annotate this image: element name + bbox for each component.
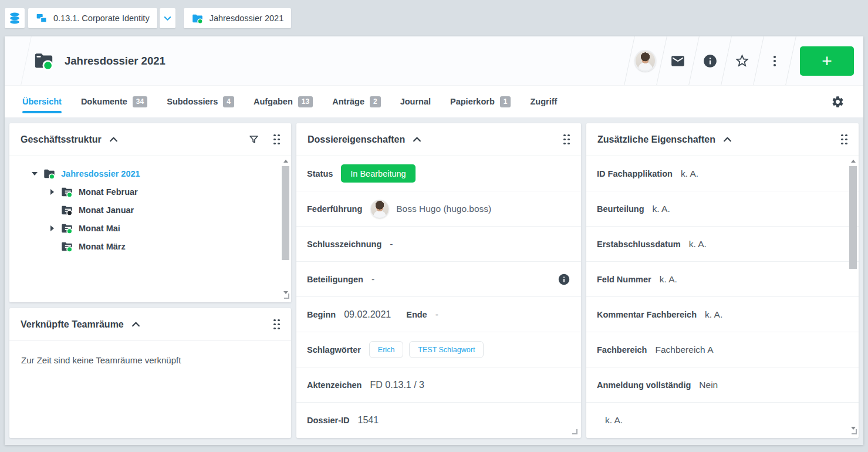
panel-collapse-toggle[interactable]: Geschäftsstruktur bbox=[21, 134, 118, 145]
panel-title: Zusätzliche Eigenschaften bbox=[597, 134, 715, 145]
property-row: ID Fachapplikation k. A. bbox=[586, 156, 859, 191]
lead-user-link[interactable]: Boss Hugo (hugo.boss) bbox=[396, 204, 491, 214]
tab-label: Übersicht bbox=[22, 97, 62, 106]
scroll-up-icon[interactable] bbox=[851, 160, 856, 163]
property-row-schlusszeichnung: Schlusszeichnung - bbox=[296, 227, 581, 262]
panel-collapse-toggle[interactable]: Dossiereigenschaften bbox=[308, 134, 421, 145]
property-value: Nein bbox=[699, 380, 718, 390]
more-menu-button[interactable] bbox=[758, 36, 791, 85]
property-label: Erstabschlussdatum bbox=[597, 240, 681, 249]
keyword-tag[interactable]: Erich bbox=[369, 341, 403, 358]
tab-aufgaben[interactable]: Aufgaben 13 bbox=[254, 86, 313, 117]
panel-title: Geschäftsstruktur bbox=[21, 134, 102, 145]
home-database-chip[interactable] bbox=[5, 8, 25, 28]
structure-tree: Jahresdossier 2021 Monat Februar bbox=[9, 156, 291, 255]
property-label: Status bbox=[307, 169, 333, 178]
drag-handle-icon[interactable] bbox=[841, 134, 847, 145]
info-icon bbox=[558, 273, 570, 286]
caret-right-icon[interactable] bbox=[50, 225, 54, 231]
dossier-folder-icon bbox=[43, 167, 56, 180]
property-value: k. A. bbox=[689, 239, 707, 249]
tree-item-monat-januar[interactable]: Monat Januar bbox=[9, 201, 291, 219]
chevron-up-icon bbox=[109, 137, 118, 142]
resize-handle[interactable] bbox=[284, 294, 289, 299]
tab-subdossiers[interactable]: Subdossiers 4 bbox=[167, 86, 234, 117]
tree-item-jahresdossier-2021[interactable]: Jahresdossier 2021 bbox=[9, 164, 291, 183]
tree-item-monat-februar[interactable]: Monat Februar bbox=[9, 183, 291, 201]
caret-right-icon[interactable] bbox=[50, 189, 54, 195]
position-icon bbox=[36, 12, 48, 24]
mail-button[interactable] bbox=[661, 36, 694, 85]
property-row: Feld Nummer k. A. bbox=[586, 262, 859, 297]
property-row: k. A. bbox=[586, 403, 859, 438]
teamrooms-empty-text: Zur Zeit sind keine Teamräume verknüpft bbox=[9, 341, 291, 379]
property-label: Dossier-ID bbox=[307, 416, 350, 425]
scrollbar-thumb[interactable] bbox=[849, 166, 857, 269]
avatar bbox=[634, 50, 656, 72]
property-value: k. A. bbox=[681, 168, 698, 179]
property-row-dossier-id: Dossier-ID 1541 bbox=[296, 403, 581, 438]
tab-label: Papierkorb bbox=[450, 97, 495, 106]
property-label: Ende bbox=[406, 310, 427, 319]
dossier-folder-icon bbox=[191, 12, 204, 25]
user-avatar-button[interactable] bbox=[629, 36, 661, 85]
property-value: FD 0.13.1 / 3 bbox=[370, 380, 424, 390]
breadcrumb-position-chip[interactable]: 0.13.1. Corporate Identity bbox=[28, 8, 157, 28]
tree-scrollbar[interactable] bbox=[281, 158, 290, 301]
drag-handle-icon[interactable] bbox=[273, 319, 280, 330]
tab-uebersicht[interactable]: Übersicht bbox=[22, 86, 62, 117]
caret-down-icon[interactable] bbox=[32, 172, 38, 176]
panel-collapse-toggle[interactable]: Verknüpfte Teamräume bbox=[21, 319, 140, 330]
scrollbar-thumb[interactable] bbox=[282, 166, 289, 260]
filter-icon[interactable] bbox=[248, 134, 259, 145]
property-row: Kommentar Fachbereich k. A. bbox=[586, 297, 859, 332]
tab-papierkorb[interactable]: Papierkorb 1 bbox=[450, 86, 511, 117]
tab-count-badge: 13 bbox=[298, 96, 313, 107]
chevron-up-icon bbox=[413, 137, 421, 142]
tree-item-monat-mai[interactable]: Monat Mai bbox=[9, 219, 291, 237]
favorite-button[interactable] bbox=[726, 36, 758, 85]
subdossier-folder-icon bbox=[60, 222, 73, 235]
settings-button[interactable] bbox=[831, 86, 845, 117]
avatar bbox=[370, 200, 389, 218]
property-row: Erstabschlussdatum k. A. bbox=[586, 227, 859, 262]
tab-dokumente[interactable]: Dokumente 34 bbox=[81, 86, 147, 117]
panel-collapse-toggle[interactable]: Zusätzliche Eigenschaften bbox=[597, 134, 732, 145]
resize-handle[interactable] bbox=[572, 429, 577, 434]
gear-icon bbox=[831, 95, 845, 109]
breadcrumb-expand-chip[interactable] bbox=[160, 8, 175, 28]
breadcrumb-dossier-chip[interactable]: Jahresdossier 2021 bbox=[184, 8, 292, 28]
panel-scrollbar[interactable] bbox=[849, 158, 857, 436]
info-button[interactable] bbox=[694, 36, 726, 85]
tab-count-badge: 4 bbox=[223, 96, 234, 107]
tab-bar: Übersicht Dokumente 34 Subdossiers 4 Auf… bbox=[5, 85, 863, 117]
tab-label: Journal bbox=[400, 97, 431, 106]
property-value: k. A. bbox=[605, 415, 623, 426]
property-label: Kommentar Fachbereich bbox=[597, 310, 697, 319]
add-button[interactable]: + bbox=[800, 46, 854, 76]
property-label: Beteiligungen bbox=[307, 275, 363, 284]
participations-info-button[interactable] bbox=[558, 273, 570, 286]
scroll-up-icon[interactable] bbox=[283, 160, 288, 163]
database-icon bbox=[8, 12, 21, 25]
panel-dossiereigenschaften: Dossiereigenschaften Status In Bearbeitu… bbox=[296, 123, 581, 438]
tab-zugriff[interactable]: Zugriff bbox=[530, 86, 557, 117]
drag-handle-icon[interactable] bbox=[563, 134, 570, 145]
dossier-folder-icon-large bbox=[33, 50, 55, 72]
property-label: Feld Nummer bbox=[597, 275, 651, 284]
property-label: Schlusszeichnung bbox=[307, 240, 381, 249]
property-value: k. A. bbox=[660, 274, 677, 285]
property-row-status: Status In Bearbeitung bbox=[296, 156, 581, 191]
resize-handle[interactable] bbox=[852, 429, 857, 434]
keyword-tag[interactable]: TEST Schlagwort bbox=[409, 341, 484, 358]
tree-item-label: Monat März bbox=[79, 242, 126, 251]
tab-journal[interactable]: Journal bbox=[400, 86, 431, 117]
property-value: - bbox=[390, 239, 393, 249]
property-row-schlagwoerter: Schlagwörter Erich TEST Schlagwort bbox=[296, 332, 581, 367]
tree-item-label: Monat Januar bbox=[79, 205, 134, 215]
property-value: k. A. bbox=[705, 309, 722, 320]
property-row: Anmeldung vollständig Nein bbox=[586, 367, 859, 403]
drag-handle-icon[interactable] bbox=[273, 134, 280, 145]
tab-antraege[interactable]: Anträge 2 bbox=[332, 86, 380, 117]
tree-item-monat-maerz[interactable]: Monat März bbox=[9, 237, 291, 255]
